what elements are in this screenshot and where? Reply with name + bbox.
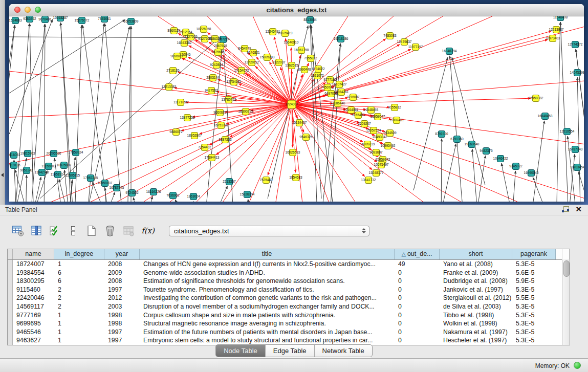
close-window-button[interactable] <box>14 7 20 13</box>
table-cell-title[interactable]: Structural magnetic resonance image aver… <box>140 319 395 328</box>
table-cell-year[interactable]: 1997 <box>104 328 140 337</box>
table-cell-year[interactable]: 2008 <box>104 277 140 286</box>
column-visibility-icon[interactable] <box>30 224 43 237</box>
table-cell-pagerank[interactable]: 5.3E-5 <box>512 336 556 345</box>
table-cell-pagerank[interactable]: 5.5E-5 <box>512 294 556 302</box>
table-cell-year[interactable]: 1997 <box>104 286 140 294</box>
table-cell-year[interactable]: 2012 <box>104 294 140 302</box>
table-row[interactable]: 946554611997Estimation of the future num… <box>8 328 570 337</box>
table-cell-short[interactable]: Tibbo et al. (1998) <box>440 311 512 320</box>
table-cell-out-de-[interactable]: 49 <box>395 260 440 269</box>
minimize-window-button[interactable] <box>25 7 31 13</box>
table-cell-out-de-[interactable]: 0 <box>395 277 440 286</box>
column-header-title[interactable]: title <box>140 249 395 259</box>
tab-edge-table[interactable]: Edge Table <box>266 345 315 357</box>
table-cell-out-de-[interactable]: 0 <box>395 294 440 302</box>
table-cell-name[interactable]: 14569117 <box>13 302 54 311</box>
table-cell-title[interactable]: Corpus callosum shape and size in male p… <box>140 311 395 320</box>
table-selector-dropdown[interactable]: citations_edges.txt <box>169 226 369 236</box>
table-cell-year[interactable]: 2008 <box>104 260 140 269</box>
tab-node-table[interactable]: Node Table <box>216 345 266 357</box>
table-cell-in-degree[interactable]: 1 <box>54 260 104 269</box>
table-cell-in-degree[interactable]: 2 <box>54 302 104 311</box>
table-row[interactable]: 1872400712008Changes of HCN gene express… <box>8 260 570 269</box>
table-cell-name[interactable]: 18724007 <box>13 260 54 269</box>
table-cell-title[interactable]: Tourette syndrome. Phenomenology and cla… <box>140 286 395 294</box>
table-cell-short[interactable]: Franke et al. (2009) <box>440 269 512 277</box>
table-cell-pagerank[interactable]: 5.3E-5 <box>512 286 556 294</box>
delete-table-icon[interactable] <box>122 224 135 237</box>
table-cell-in-degree[interactable]: 6 <box>54 269 104 277</box>
table-cell-name[interactable]: 9699695 <box>13 319 54 328</box>
table-cell-short[interactable]: Wolkin et al. (1998) <box>440 319 512 328</box>
table-cell-in-degree[interactable]: 1 <box>54 311 104 320</box>
table-row[interactable]: 1830029562008Estimation of significance … <box>8 277 570 286</box>
window-titlebar[interactable]: citations_edges.txt <box>9 4 584 16</box>
table-cell-short[interactable]: Hescheler et al. (1997) <box>440 336 512 345</box>
column-header-pagerank[interactable]: pagerank <box>512 249 556 259</box>
table-cell-out-de-[interactable]: 0 <box>395 311 440 320</box>
table-cell-name[interactable]: 19384554 <box>13 269 54 277</box>
table-cell-title[interactable]: Changes of HCN gene expression and I(f) … <box>140 260 395 269</box>
table-row[interactable]: 977716911998Corpus callosum shape and si… <box>8 311 570 320</box>
table-cell-in-degree[interactable]: 2 <box>54 286 104 294</box>
table-cell-name[interactable]: 9465546 <box>13 328 54 337</box>
table-cell-title[interactable]: Embryonic stem cells: a model to study s… <box>140 336 395 345</box>
column-header-name[interactable]: name <box>13 249 54 259</box>
table-cell-pagerank[interactable]: 5.6E-5 <box>512 269 556 277</box>
collapse-arrow-icon[interactable] <box>1 173 4 177</box>
citation-graph[interactable]: 1624683938395290704911055328715276072784… <box>9 16 584 202</box>
table-cell-pagerank[interactable]: 5.3E-5 <box>512 328 556 337</box>
network-canvas[interactable]: 1624683938395290704911055328715276072784… <box>9 16 584 202</box>
table-cell-name[interactable]: 9777169 <box>13 311 54 320</box>
table-row[interactable]: 946362711997Embryonic stem cells: a mode… <box>8 336 570 345</box>
delete-icon[interactable] <box>103 224 117 237</box>
table-cell-short[interactable]: Stergiakouli et al. (2012) <box>440 294 512 302</box>
column-header-short[interactable]: short <box>440 249 512 259</box>
select-all-icon[interactable] <box>48 224 61 237</box>
table-cell-in-degree[interactable]: 1 <box>54 319 104 328</box>
table-cell-out-de-[interactable]: 0 <box>395 319 440 328</box>
table-cell-pagerank[interactable]: 5.3E-5 <box>512 302 556 311</box>
zoom-window-button[interactable] <box>35 7 41 13</box>
row-layout-icon[interactable] <box>67 224 80 237</box>
table-cell-name[interactable]: 18300295 <box>13 277 54 286</box>
tab-network-table[interactable]: Network Table <box>315 345 372 357</box>
table-cell-short[interactable]: Nakamura et al. (1997) <box>440 328 512 337</box>
table-cell-pagerank[interactable]: 5.9E-5 <box>512 277 556 286</box>
table-cell-title[interactable]: Investigating the contribution of common… <box>140 294 395 302</box>
table-row[interactable]: 1938455462009Genome-wide association stu… <box>8 269 570 277</box>
function-builder-icon[interactable]: f(x) <box>140 224 156 237</box>
table-row[interactable]: 969969511998Structural magnetic resonanc… <box>8 319 570 328</box>
column-header-out-de-[interactable]: △out_de... <box>395 249 440 259</box>
table-cell-title[interactable]: Estimation of significance thresholds fo… <box>140 277 395 286</box>
scrollbar-thumb[interactable] <box>563 260 570 277</box>
table-cell-year[interactable]: 2003 <box>104 302 140 311</box>
network-view-window[interactable]: citations_edges.txt 16246839383952907049… <box>9 4 584 202</box>
table-cell-name[interactable]: 22420046 <box>13 294 54 302</box>
table-row[interactable]: 911546021997Tourette syndrome. Phenomeno… <box>8 286 570 294</box>
table-cell-in-degree[interactable]: 2 <box>54 294 104 302</box>
table-cell-title[interactable]: Disruption of a novel member of a sodium… <box>140 302 395 311</box>
table-cell-name[interactable]: 9115460 <box>13 286 54 294</box>
table-cell-short[interactable]: de Silva et al. (2003) <box>440 302 512 311</box>
table-cell-name[interactable]: 9463627 <box>13 336 54 345</box>
table-cell-pagerank[interactable]: 5.3E-5 <box>512 260 556 269</box>
table-cell-in-degree[interactable]: 1 <box>54 336 104 345</box>
table-cell-short[interactable]: Yano et al. (2008) <box>440 260 512 269</box>
table-cell-short[interactable]: Jankovic et al. (1997) <box>440 286 512 294</box>
table-cell-short[interactable]: Dudbridge et al. (2008) <box>440 277 512 286</box>
table-cell-year[interactable]: 1997 <box>104 336 140 345</box>
table-cell-out-de-[interactable]: 0 <box>395 269 440 277</box>
table-cell-in-degree[interactable]: 6 <box>54 277 104 286</box>
table-cell-pagerank[interactable]: 5.3E-5 <box>512 311 556 320</box>
table-row[interactable]: 1456911722003Disruption of a novel membe… <box>8 302 570 311</box>
new-table-icon[interactable] <box>85 224 98 237</box>
table-cell-pagerank[interactable]: 5.3E-5 <box>512 319 556 328</box>
table-options-icon[interactable] <box>11 224 25 237</box>
table-cell-out-de-[interactable]: 0 <box>395 336 440 345</box>
close-panel-icon[interactable]: ✕ <box>575 206 582 213</box>
column-header-in-degree[interactable]: in_degree <box>54 249 104 259</box>
table-cell-year[interactable]: 1998 <box>104 319 140 328</box>
west-panel-grip[interactable] <box>0 0 5 205</box>
